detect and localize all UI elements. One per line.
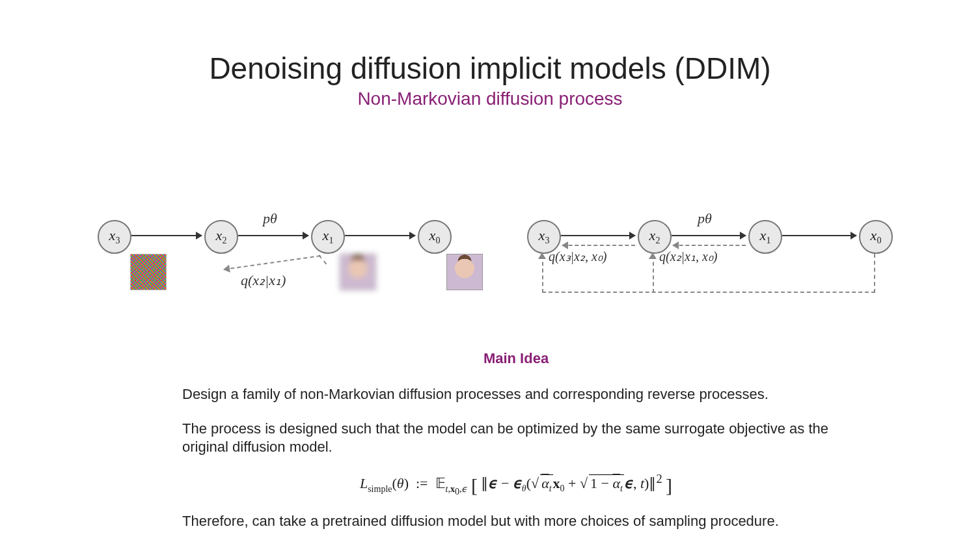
thumb-noise-icon xyxy=(130,254,167,290)
arrow-x3-x2-left xyxy=(131,235,202,236)
dashed-bottom-rail xyxy=(542,292,875,293)
thumb-face-icon xyxy=(446,254,483,290)
label-q-right1: q(x₃|x₂, x₀) xyxy=(549,249,606,264)
dashed-x1-to-x2 xyxy=(673,245,746,246)
content-area: Main Idea Design a family of non-Markovi… xyxy=(182,350,850,546)
dashed-up-to-x2 xyxy=(653,255,654,293)
thumb-face-blur-icon xyxy=(340,254,376,290)
node-left-x1: x1 xyxy=(311,220,345,254)
slide-title: Denoising diffusion implicit models (DDI… xyxy=(0,51,980,86)
slide: Denoising diffusion implicit models (DDI… xyxy=(0,51,980,546)
node-left-x3: x3 xyxy=(98,220,131,254)
node-right-x0: x0 xyxy=(859,220,893,254)
label-q-left: q(x₂|x₁) xyxy=(241,272,286,289)
main-idea-heading: Main Idea xyxy=(182,350,850,367)
node-left-x0: x0 xyxy=(418,220,452,254)
dashed-arrowhead-x2 xyxy=(649,253,657,259)
arrow-x1-x0-left xyxy=(345,235,415,236)
dashed-arrowhead-x3 xyxy=(538,253,546,259)
node-right-x1: x1 xyxy=(748,220,782,254)
dashed-arc-left-part1 xyxy=(224,255,321,270)
arrow-x1-x0-right xyxy=(782,235,856,236)
diffusion-diagram: x3 x2 x1 x0 pθ q(x₂|x₁) x3 x2 x1 x0 pθ q… xyxy=(0,200,980,318)
slide-subtitle: Non-Markovian diffusion process xyxy=(0,89,980,109)
dashed-arc-left-part2 xyxy=(318,254,327,264)
equation-lsimple: Lsimple(θ) := 𝔼t,x0,ϵ [ ϵ − ϵθ(αtx0 + 1 … xyxy=(182,472,850,497)
label-ptheta-right: pθ xyxy=(698,210,712,227)
label-ptheta-left: pθ xyxy=(263,210,277,227)
paragraph-1: Design a family of non-Markovian diffusi… xyxy=(182,385,850,404)
dashed-up-to-x3 xyxy=(542,255,543,293)
paragraph-3: Therefore, can take a pretrained diffusi… xyxy=(182,512,850,531)
paragraph-2: The process is designed such that the mo… xyxy=(182,420,850,457)
arrow-x3-x2-right xyxy=(561,235,635,236)
arrow-x2-x1-right xyxy=(672,235,746,236)
arrow-x2-x1-left xyxy=(238,235,308,236)
dashed-x2-to-x3 xyxy=(562,245,635,246)
dashed-x0-down xyxy=(874,254,875,293)
node-left-x2: x2 xyxy=(204,220,238,254)
label-q-right2: q(x₂|x₁, x₀) xyxy=(659,249,717,264)
